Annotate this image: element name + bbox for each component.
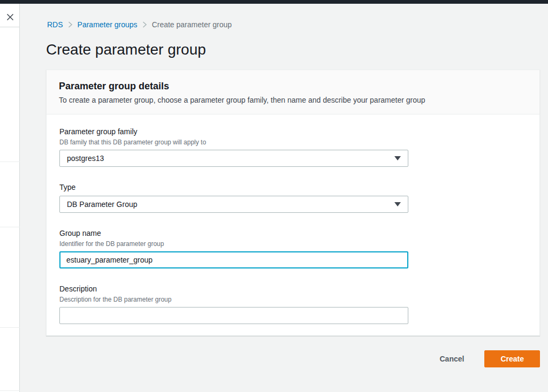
- type-select[interactable]: DB Parameter Group: [59, 196, 408, 213]
- group-name-input[interactable]: [59, 251, 408, 268]
- panel-header: Parameter group details To create a para…: [47, 70, 539, 114]
- description-input[interactable]: [59, 307, 408, 324]
- field-parameter-group-family: Parameter group family DB family that th…: [59, 126, 527, 167]
- panel-body: Parameter group family DB family that th…: [47, 114, 539, 335]
- group-name-help-text: Identifier for the DB parameter group: [59, 240, 527, 248]
- breadcrumb: RDS Parameter groups Create parameter gr…: [47, 19, 540, 30]
- parameter-group-details-panel: Parameter group details To create a para…: [46, 70, 540, 336]
- page-title: Create parameter group: [46, 40, 540, 59]
- description-help-text: Description for the DB parameter group: [59, 295, 527, 304]
- chevron-down-icon: [394, 202, 401, 206]
- field-type: Type DB Parameter Group: [59, 182, 527, 213]
- family-select-value: postgres13: [67, 154, 104, 163]
- breadcrumb-link-parameter-groups[interactable]: Parameter groups: [78, 19, 138, 30]
- cancel-button[interactable]: Cancel: [429, 351, 475, 366]
- close-icon[interactable]: [4, 11, 16, 23]
- chevron-right-icon: [68, 21, 73, 28]
- panel-description: To create a parameter group, choose a pa…: [59, 95, 529, 105]
- field-description: Description Description for the DB param…: [59, 283, 527, 324]
- sidebar-divider: [0, 27, 20, 27]
- chevron-down-icon: [394, 156, 401, 160]
- type-select-value: DB Parameter Group: [67, 200, 138, 209]
- family-select[interactable]: postgres13: [59, 150, 408, 167]
- side-navigation-panel: [0, 4, 20, 392]
- breadcrumb-current: Create parameter group: [152, 19, 232, 30]
- field-group-name: Group name Identifier for the DB paramet…: [59, 228, 527, 268]
- form-actions: Cancel Create: [46, 350, 540, 367]
- description-label: Description: [59, 283, 527, 294]
- create-button[interactable]: Create: [484, 350, 540, 367]
- breadcrumb-link-rds[interactable]: RDS: [47, 19, 63, 30]
- main-content: RDS Parameter groups Create parameter gr…: [20, 4, 548, 392]
- family-help-text: DB family that this DB parameter group w…: [59, 138, 527, 147]
- close-icon-glyph: [6, 13, 14, 21]
- sidebar-divider: [0, 390, 20, 391]
- sidebar-divider: [0, 327, 20, 328]
- group-name-label: Group name: [59, 228, 527, 239]
- sidebar-divider: [0, 227, 20, 227]
- panel-title: Parameter group details: [59, 80, 529, 92]
- aws-top-nav-edge: [0, 0, 548, 4]
- family-label: Parameter group family: [59, 126, 527, 137]
- type-label: Type: [59, 182, 527, 193]
- sidebar-divider: [0, 162, 20, 162]
- chevron-right-icon: [142, 21, 147, 28]
